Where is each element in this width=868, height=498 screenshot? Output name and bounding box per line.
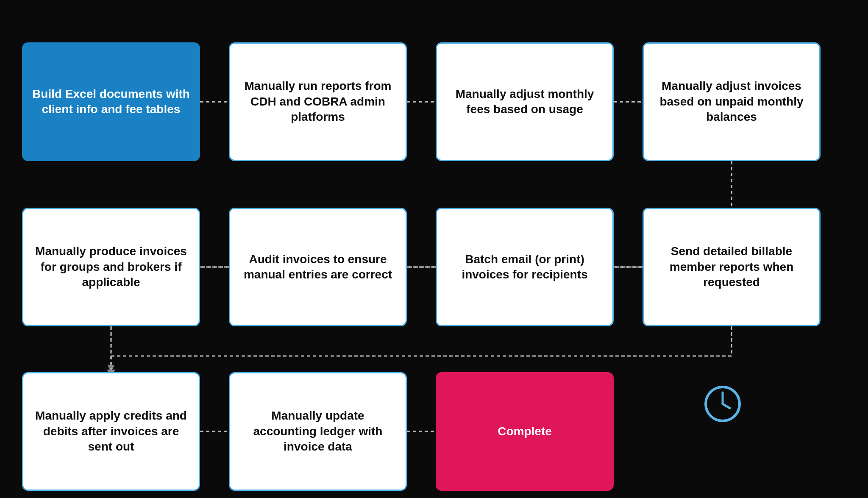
manually-adjust-fees-node: Manually adjust monthly fees based on us… <box>436 42 614 161</box>
manually-apply-node: Manually apply credits and debits after … <box>22 372 200 491</box>
batch-email-node: Batch email (or print) invoices for reci… <box>436 208 614 326</box>
manually-run-node: Manually run reports from CDH and COBRA … <box>229 42 407 161</box>
svg-line-26 <box>723 404 730 408</box>
manually-apply-label: Manually apply credits and debits after … <box>33 408 189 454</box>
send-detailed-node: Send detailed billable member reports wh… <box>643 208 821 326</box>
manually-update-label: Manually update accounting ledger with i… <box>240 408 395 454</box>
manually-adjust-invoices-node: Manually adjust invoices based on unpaid… <box>643 42 821 161</box>
complete-label: Complete <box>498 424 552 439</box>
send-detailed-label: Send detailed billable member reports wh… <box>654 244 809 290</box>
manually-adjust-fees-label: Manually adjust monthly fees based on us… <box>447 86 602 117</box>
manually-update-node: Manually update accounting ledger with i… <box>229 372 407 491</box>
build-excel-node: Build Excel documents with client info a… <box>22 42 200 161</box>
manually-produce-label: Manually produce invoices for groups and… <box>33 244 189 290</box>
audit-invoices-label: Audit invoices to ensure manual entries … <box>240 252 395 283</box>
build-excel-label: Build Excel documents with client info a… <box>32 86 190 117</box>
manually-produce-node: Manually produce invoices for groups and… <box>22 208 200 326</box>
complete-node: Complete <box>436 372 614 491</box>
manually-run-label: Manually run reports from CDH and COBRA … <box>240 78 395 125</box>
batch-email-label: Batch email (or print) invoices for reci… <box>447 252 602 283</box>
manually-adjust-invoices-label: Manually adjust invoices based on unpaid… <box>654 78 809 125</box>
clock-icon <box>704 385 742 423</box>
audit-invoices-node: Audit invoices to ensure manual entries … <box>229 208 407 326</box>
svg-marker-8 <box>108 365 114 372</box>
diagram: Build Excel documents with client info a… <box>0 0 868 498</box>
